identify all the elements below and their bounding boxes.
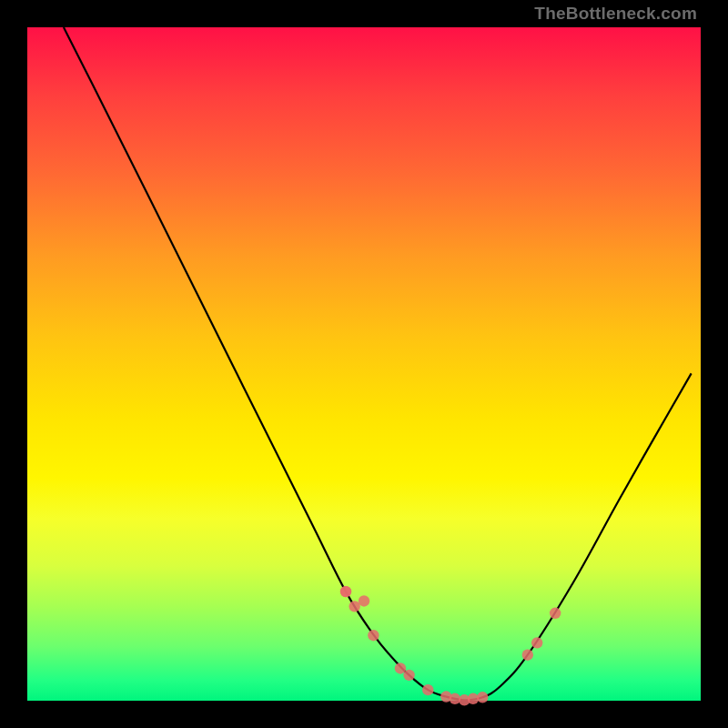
data-point <box>477 692 488 703</box>
data-point <box>359 595 369 606</box>
plot-area <box>27 27 701 701</box>
data-point <box>368 630 379 641</box>
watermark-text: TheBottleneck.com <box>534 4 697 24</box>
data-point <box>403 670 414 681</box>
chart-frame: TheBottleneck.com <box>0 0 728 728</box>
data-point <box>550 608 561 619</box>
data-point <box>422 684 433 695</box>
data-point <box>340 586 351 597</box>
bottleneck-curve <box>64 27 692 700</box>
points-group <box>340 586 561 706</box>
chart-svg <box>27 27 701 701</box>
data-point <box>522 649 533 660</box>
data-point <box>349 601 359 612</box>
data-point <box>531 637 542 648</box>
curve-line-group <box>64 27 692 700</box>
